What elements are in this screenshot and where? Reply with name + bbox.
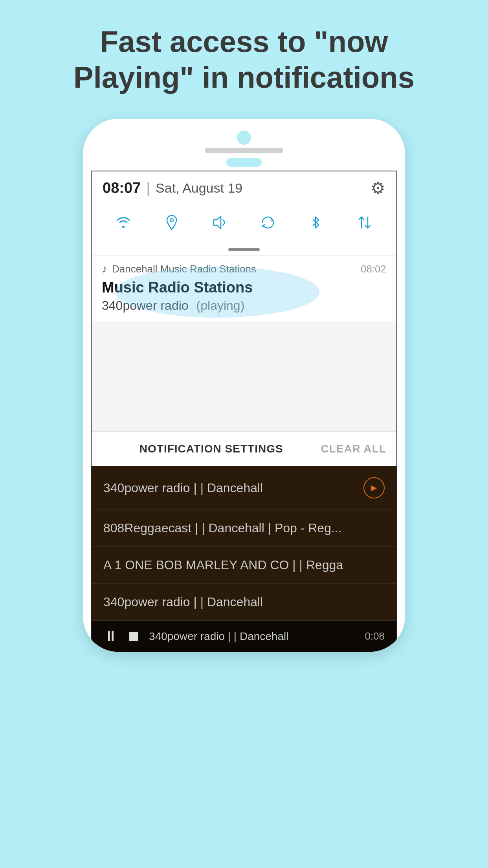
radio-list-area: 340power radio | | Dancehall ► 808Reggae… [92,466,396,652]
radio-item-text-2: A 1 ONE BOB MARLEY AND CO | | Regga [103,558,385,572]
pause-button[interactable]: ⏸ [103,628,118,645]
volume-icon[interactable] [211,214,229,235]
drag-handle [92,244,396,256]
headline-line2: Playing" in notifications [0,59,488,95]
settings-icon[interactable]: ⚙ [371,178,385,198]
radio-item-text-1: 808Reggaecast | | Dancehall | Pop - Reg.… [103,521,385,535]
headline: Fast access to "now [0,24,488,59]
notification-header: ♪ Dancehall Music Radio Stations 08:02 [102,263,386,275]
radio-item-text-3: 340power radio | | Dancehall [103,595,385,609]
drag-handle-bar [228,248,260,251]
player-bar-text: 340power radio | | Dancehall [149,630,357,643]
notification-subtitle: 340power radio [102,298,189,313]
player-bar: ⏸ ⏹ 340power radio | | Dancehall 0:08 [92,621,396,652]
notification-time: 08:02 [361,263,386,275]
play-icon-0[interactable]: ► [363,477,385,498]
phone-button-pill [226,158,262,167]
data-transfer-icon[interactable] [356,214,373,235]
notification-bottom-bar: NOTIFICATION SETTINGS CLEAR ALL [92,431,396,466]
notification-title: Music Radio Stations [102,279,386,296]
radio-list-item-3[interactable]: 340power radio | | Dancehall [92,584,396,621]
stop-button[interactable]: ⏹ [126,628,141,645]
radio-list-item-2[interactable]: A 1 ONE BOB MARLEY AND CO | | Regga [92,547,396,584]
location-icon[interactable] [163,214,180,235]
notification-panel: ♪ Dancehall Music Radio Stations 08:02 M… [92,256,396,466]
quick-settings-row [92,205,396,244]
notification-settings-button[interactable]: NOTIFICATION SETTINGS [102,443,321,455]
status-date: Sat, August 19 [156,180,242,196]
notification-card[interactable]: ♪ Dancehall Music Radio Stations 08:02 M… [92,256,396,321]
status-time: 08:07 [103,180,141,197]
wifi-icon[interactable] [115,214,132,235]
empty-notification-area [92,321,396,431]
phone-mockup: 08:07 | Sat, August 19 ⚙ [83,119,405,652]
radio-list-item-0[interactable]: 340power radio | | Dancehall ► [92,466,396,510]
phone-screen: 08:07 | Sat, August 19 ⚙ [91,171,397,652]
notification-playing-label: (playing) [196,298,245,313]
phone-speaker [205,148,283,153]
bluetooth-icon[interactable] [308,214,325,235]
phone-camera [237,131,251,145]
player-time: 0:08 [365,630,385,642]
clear-all-button[interactable]: CLEAR ALL [321,443,386,455]
status-divider: | [146,180,150,197]
notification-app-name: Dancehall Music Radio Stations [112,263,356,275]
status-bar: 08:07 | Sat, August 19 ⚙ [92,171,396,205]
sync-icon[interactable] [259,214,277,235]
music-note-icon: ♪ [102,263,107,275]
svg-marker-0 [214,216,221,229]
radio-list-item-1[interactable]: 808Reggaecast | | Dancehall | Pop - Reg.… [92,510,396,547]
radio-item-text-0: 340power radio | | Dancehall [103,481,363,495]
